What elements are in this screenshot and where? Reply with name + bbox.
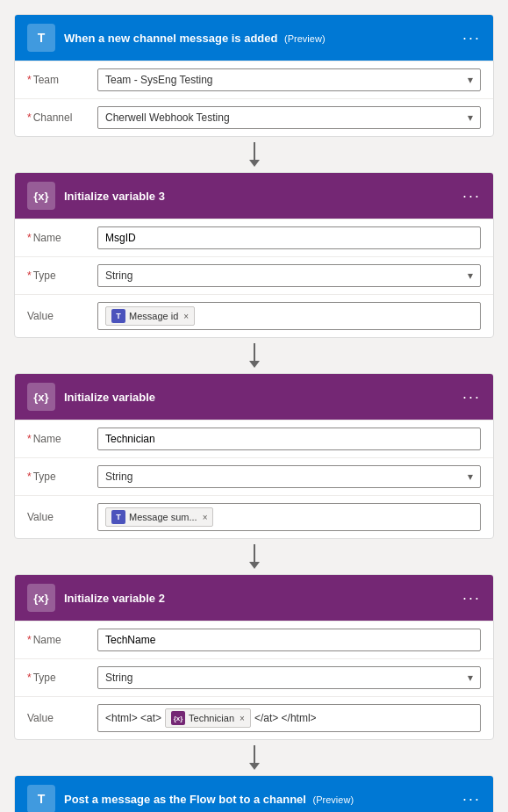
chevron-down-icon: ▾: [468, 672, 473, 684]
card-init-var-body: Name Type String ▾ Value: [15, 420, 493, 538]
card-init-var-header: {x} Initialize variable ···: [15, 374, 493, 420]
card-init-var2: {x} Initialize variable 2 ··· Name Type …: [14, 574, 494, 740]
label-channel-1: Channel: [27, 111, 89, 124]
label-name-2: Name: [27, 232, 89, 244]
card-trigger: T When a new channel message is added (P…: [14, 14, 494, 137]
card-trigger-title: When a new channel message is added (Pre…: [64, 32, 454, 45]
card-init-var3-header: {x} Initialize variable 3 ···: [15, 173, 493, 219]
input-name-3[interactable]: [97, 428, 481, 450]
field-name-3: Name: [15, 420, 493, 457]
flow-canvas: T When a new channel message is added (P…: [14, 14, 494, 812]
label-type-4: Type: [27, 672, 89, 684]
field-type-3: Type String ▾: [15, 457, 493, 495]
chevron-down-icon: ▾: [468, 471, 473, 483]
connector-1: [249, 137, 260, 172]
card-init-var3-more[interactable]: ···: [462, 187, 481, 205]
field-name-4: Name: [15, 621, 493, 658]
chevron-down-icon: ▾: [468, 269, 473, 282]
chevron-down-icon: ▾: [468, 111, 473, 124]
html-prefix-text: <html> <at>: [105, 712, 161, 724]
card-post-message-title: Post a message as the Flow bot to a chan…: [64, 793, 454, 806]
card-init-var3-title: Initialize variable 3: [64, 190, 454, 203]
token-close-icon[interactable]: ×: [203, 513, 208, 522]
card-trigger-more[interactable]: ···: [462, 29, 481, 47]
label-team-1: Team: [27, 74, 89, 86]
token-close-icon[interactable]: ×: [240, 714, 245, 723]
teams-icon: T: [111, 510, 125, 524]
input-name-4[interactable]: [97, 629, 481, 651]
card-init-var2-body: Name Type String ▾ Value <html>: [15, 621, 493, 739]
token-close-icon[interactable]: ×: [183, 312, 189, 321]
dropdown-type-4[interactable]: String ▾: [97, 666, 481, 689]
card-init-var3-icon: {x}: [27, 182, 55, 210]
token-message-id: T Message id ×: [105, 306, 195, 326]
field-team-1: Team Team - SysEng Testing ▾: [15, 61, 493, 98]
card-trigger-header: T When a new channel message is added (P…: [15, 15, 493, 61]
field-value-4: Value <html> <at> {x} Technician × </at>…: [15, 696, 493, 739]
card-init-var2-header: {x} Initialize variable 2 ···: [15, 575, 493, 621]
token-container-4[interactable]: <html> <at> {x} Technician × </at> </htm…: [97, 704, 481, 732]
label-value-4: Value: [27, 712, 89, 724]
card-init-var2-icon: {x}: [27, 584, 55, 612]
connector-2: [249, 338, 260, 373]
field-channel-1: Channel Cherwell Webhook Testing ▾: [15, 98, 493, 136]
card-init-var2-title: Initialize variable 2: [64, 592, 454, 605]
label-name-4: Name: [27, 634, 89, 646]
card-post-message-icon: T: [27, 785, 55, 812]
chevron-down-icon: ▾: [468, 74, 473, 86]
card-init-var3-body: Name Type String ▾ Value: [15, 219, 493, 337]
label-type-3: Type: [27, 471, 89, 483]
token-container-2[interactable]: T Message id ×: [97, 302, 481, 330]
var-icon: {x}: [171, 711, 185, 725]
connector-3: [249, 539, 260, 574]
card-trigger-body: Team Team - SysEng Testing ▾ Channel Che…: [15, 61, 493, 136]
card-post-message: T Post a message as the Flow bot to a ch…: [14, 775, 494, 812]
input-name-2[interactable]: [97, 226, 481, 249]
dropdown-type-2[interactable]: String ▾: [97, 264, 481, 287]
label-type-2: Type: [27, 269, 89, 282]
token-technician: {x} Technician ×: [165, 708, 251, 728]
dropdown-type-3[interactable]: String ▾: [97, 465, 481, 488]
teams-icon: T: [111, 309, 125, 323]
field-type-2: Type String ▾: [15, 256, 493, 294]
card-post-message-header: T Post a message as the Flow bot to a ch…: [15, 776, 493, 812]
label-value-3: Value: [27, 511, 89, 523]
card-init-var3: {x} Initialize variable 3 ··· Name Type …: [14, 172, 494, 338]
field-value-3: Value T Message sum... ×: [15, 495, 493, 538]
token-message-sum: T Message sum... ×: [105, 507, 213, 527]
card-init-var-more[interactable]: ···: [462, 388, 481, 406]
card-init-var: {x} Initialize variable ··· Name Type St…: [14, 373, 494, 539]
field-value-2: Value T Message id ×: [15, 294, 493, 337]
label-name-3: Name: [27, 433, 89, 445]
field-name-2: Name: [15, 219, 493, 256]
dropdown-channel-1[interactable]: Cherwell Webhook Testing ▾: [97, 106, 481, 129]
card-init-var-title: Initialize variable: [64, 391, 454, 404]
card-init-var2-more[interactable]: ···: [462, 589, 481, 607]
card-init-var-icon: {x}: [27, 383, 55, 411]
field-type-4: Type String ▾: [15, 658, 493, 696]
connector-4: [249, 740, 260, 775]
dropdown-team-1[interactable]: Team - SysEng Testing ▾: [97, 68, 481, 91]
label-value-2: Value: [27, 310, 89, 322]
token-container-3[interactable]: T Message sum... ×: [97, 503, 481, 531]
html-suffix-text: </at> </html>: [254, 712, 317, 724]
card-trigger-icon: T: [27, 24, 55, 52]
card-post-message-more[interactable]: ···: [462, 790, 481, 808]
